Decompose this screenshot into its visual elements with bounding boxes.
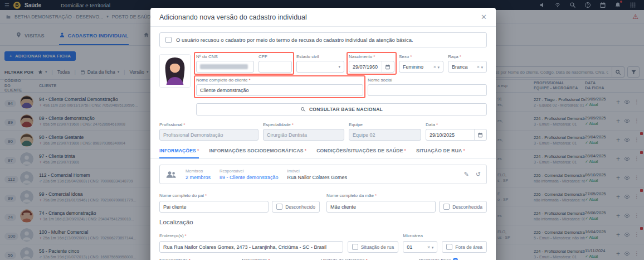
- responsavel-label: Responsável: [219, 168, 279, 174]
- modal-tab-0[interactable]: INFORMAÇÕES: [159, 148, 199, 158]
- pai-desconhecido-checkbox[interactable]: Desconhecido: [272, 201, 320, 213]
- profissional-label: Profissional: [159, 122, 258, 127]
- cns-input[interactable]: [196, 61, 254, 73]
- chevron-down-icon: ▾: [437, 65, 440, 69]
- modal-tab-1[interactable]: INFORMAÇÕES SOCIODEMOGRÁFICAS: [209, 148, 306, 158]
- refusal-label: O usuário recusou o cadastro por meio do…: [176, 37, 413, 43]
- chevron-down-icon: ▾: [338, 65, 340, 69]
- edit-icon[interactable]: ✎: [464, 171, 469, 178]
- situacao-rua-checkbox[interactable]: Situação de rua: [348, 241, 399, 253]
- microarea-select[interactable]: 01× ▾: [403, 241, 437, 253]
- clear-icon: ×: [477, 64, 480, 70]
- membros-label: Membros: [186, 168, 211, 174]
- consultar-base-nacional-button[interactable]: CONSULTAR BASE NACIONAL: [196, 103, 487, 115]
- especialidade-label: Especialidade: [263, 122, 344, 127]
- microarea-label: Microárea: [403, 233, 423, 238]
- cns-cpf-highlight: Nº do CNS CPF: [196, 54, 292, 73]
- cns-label: Nº do CNS: [196, 54, 254, 59]
- refusal-checkbox[interactable]: [165, 37, 172, 43]
- nascimento-highlight: Nascimento 29/07/1960: [349, 54, 394, 73]
- estado-civil-label: Estado civil: [296, 54, 344, 59]
- data-input[interactable]: 29/10/2025: [426, 129, 487, 141]
- calendar-icon[interactable]: [474, 129, 483, 140]
- pai-label: Nome completo do pai: [159, 193, 207, 198]
- equipe-input: Equipe 02: [349, 129, 421, 141]
- nacionalidade-label: Nacionalidade: [159, 258, 237, 260]
- nascimento-label: Nascimento: [349, 54, 394, 59]
- info-icon[interactable]: ?: [453, 258, 458, 260]
- endereco-input[interactable]: [159, 241, 343, 253]
- modal-title: Adicionando nova versão do cadastro indi…: [159, 13, 307, 21]
- close-icon[interactable]: ✕: [481, 13, 487, 21]
- refusal-panel: O usuário recusou o cadastro por meio do…: [159, 32, 487, 47]
- cpf-label: CPF: [258, 54, 292, 59]
- profissional-input: Profissional Demonstração: [159, 129, 258, 141]
- nome-social-input[interactable]: [368, 84, 487, 96]
- clear-icon: ×: [427, 244, 430, 250]
- pai-input[interactable]: [159, 201, 269, 213]
- mae-label: Nome completo da mãe: [326, 193, 377, 198]
- cpf-input[interactable]: [258, 61, 292, 73]
- especialidade-input: Cirurgião Dentista: [263, 129, 344, 141]
- responsavel-link[interactable]: 89 - Cliente demonstração: [219, 175, 279, 180]
- prontuario-label: Prontuário físico?: [419, 258, 487, 260]
- sexo-label: Sexo: [399, 54, 443, 59]
- nome-input[interactable]: [196, 84, 363, 96]
- chevron-down-icon: ▾: [481, 65, 483, 69]
- nome-highlight: Nome completo do cliente: [196, 78, 363, 96]
- raca-select[interactable]: Branca× ▾: [448, 61, 487, 73]
- members-icon: [165, 169, 177, 180]
- nascimento-input[interactable]: 29/07/1960: [349, 61, 394, 73]
- data-label: Data: [426, 122, 487, 127]
- modal-tabs: INFORMAÇÕESINFORMAÇÕES SOCIODEMOGRÁFICAS…: [150, 148, 496, 159]
- members-card: Membros 2 membros Responsável 89 - Clien…: [159, 165, 487, 184]
- mae-input[interactable]: [326, 201, 436, 213]
- membros-link[interactable]: 2 membros: [186, 175, 211, 180]
- endereco-label: Endereço(s): [159, 233, 187, 238]
- modal-cadastro-individual: Adicionando nova versão do cadastro indi…: [150, 8, 496, 260]
- unidade-referencia-label: Unidade de referência: [321, 258, 414, 260]
- fora-de-area-checkbox[interactable]: Fora de área: [442, 241, 487, 253]
- modal-tab-2[interactable]: CONDIÇÕES/SITUAÇÕES DE SAÚDE: [316, 148, 406, 158]
- sexo-select[interactable]: Feminino× ▾: [399, 61, 443, 73]
- estado-civil-select[interactable]: ▾: [296, 61, 344, 73]
- nome-label: Nome completo do cliente: [196, 78, 363, 83]
- client-photo[interactable]: [159, 54, 191, 88]
- search-icon: [300, 107, 306, 112]
- imovel-value: Rua Nailor Colares Gomes: [287, 175, 348, 180]
- localizacao-heading: Localização: [150, 219, 496, 225]
- imovel-label: Imóvel: [287, 168, 348, 174]
- mae-desconhecida-checkbox[interactable]: Desconhecida: [439, 201, 487, 213]
- naturalidade-label: Naturalidade: [242, 258, 316, 260]
- nome-social-label: Nome social: [368, 78, 487, 83]
- history-icon[interactable]: ↺: [476, 171, 481, 178]
- raca-label: Raça: [448, 54, 487, 59]
- calendar-icon[interactable]: [382, 61, 391, 72]
- redacted-value: [200, 64, 248, 69]
- equipe-label: Equipe: [349, 122, 421, 127]
- clear-icon: ×: [433, 64, 436, 70]
- modal-tab-3[interactable]: SITUAÇÃO DE RUA: [416, 148, 465, 158]
- chevron-down-icon: ▾: [432, 245, 434, 249]
